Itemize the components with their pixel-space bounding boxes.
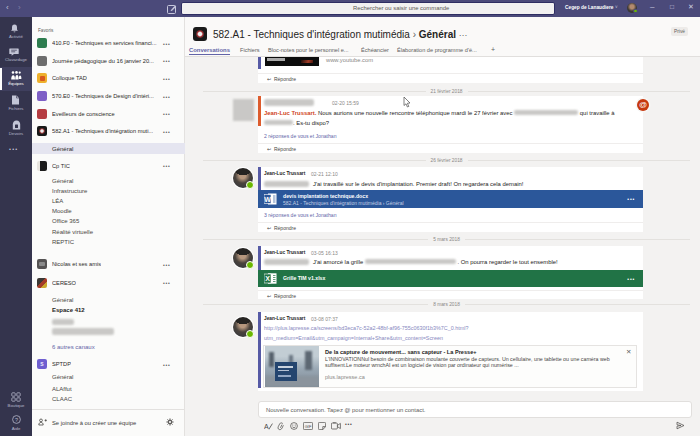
svg-text:W: W (264, 195, 271, 202)
svg-text:GIF: GIF (305, 424, 312, 429)
svg-text:?: ? (15, 417, 18, 423)
svg-text:A: A (264, 423, 269, 430)
svg-text:X: X (265, 275, 270, 282)
